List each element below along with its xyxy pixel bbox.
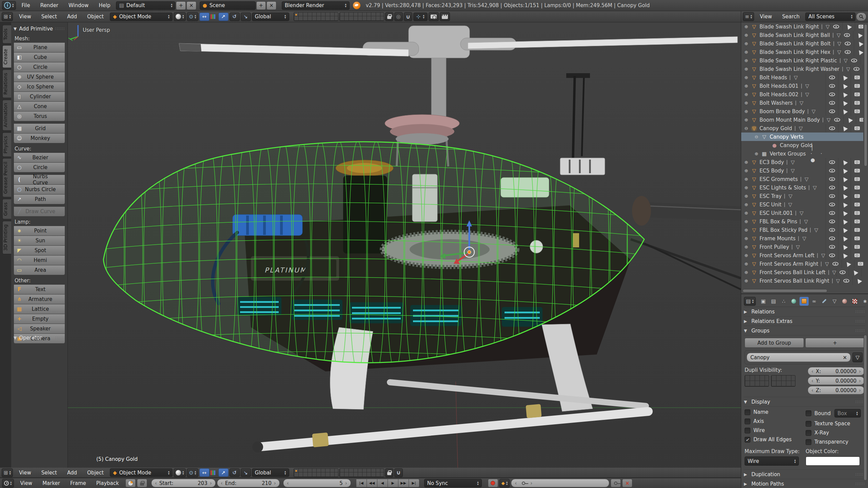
- properties-tab[interactable]: [850, 297, 860, 306]
- preview-range-button[interactable]: [125, 479, 136, 487]
- visibility-toggle[interactable]: [826, 209, 838, 217]
- delete-scene-button[interactable]: ×: [267, 1, 276, 10]
- view3d-menu-item[interactable]: View: [14, 11, 36, 22]
- selectability-toggle[interactable]: [863, 65, 863, 73]
- object-name[interactable]: Blade Swash Link Right Bolt: [760, 41, 831, 47]
- object-name[interactable]: Front Servos Ball Link Left: [760, 269, 826, 276]
- outliner-row[interactable]: Blade Swash Link Right Hex: [741, 48, 863, 56]
- scale-manipulator-button[interactable]: ↘: [241, 13, 251, 21]
- renderability-toggle[interactable]: [851, 183, 863, 192]
- offset-z-field[interactable]: Z: 0.00000: [808, 386, 865, 394]
- playback-button[interactable]: ◀: [377, 479, 388, 487]
- object-name[interactable]: Boom Brace Body: [760, 108, 805, 115]
- renderability-toggle[interactable]: [851, 175, 863, 183]
- object-name[interactable]: Canopy Gold: [780, 142, 812, 148]
- frame-end-field[interactable]: End: 210: [217, 479, 280, 487]
- selectability-toggle[interactable]: [854, 39, 863, 48]
- tool-shelf-tab[interactable]: Grease Pencil: [2, 158, 11, 197]
- outliner-row[interactable]: Canopy Gold: [741, 141, 863, 149]
- add-mesh-button[interactable]: Cylinder: [14, 92, 65, 102]
- new-group-button[interactable]: +: [805, 338, 865, 348]
- tool-shelf-tab[interactable]: Create: [2, 45, 11, 68]
- editor-type-timeline-button[interactable]: [2, 479, 14, 488]
- topbar-menu-item[interactable]: File: [17, 0, 35, 11]
- view3d-menu-item[interactable]: Add: [62, 468, 82, 478]
- add-mesh-button[interactable]: Ico Sphere: [14, 82, 65, 92]
- timeline-menu-item[interactable]: View: [15, 478, 38, 488]
- object-name[interactable]: ESC Grommets: [760, 176, 798, 182]
- selectability-toggle[interactable]: [838, 251, 851, 260]
- visibility-toggle[interactable]: [841, 39, 854, 48]
- selectability-toggle[interactable]: [842, 260, 854, 268]
- outliner-row[interactable]: ESC Grommets: [741, 175, 863, 183]
- add-object-button[interactable]: Speaker: [14, 324, 65, 334]
- remove-group-icon[interactable]: ×: [843, 354, 847, 361]
- object-name[interactable]: Front Servos Arm Left: [760, 252, 814, 259]
- mode-selector[interactable]: ◆ Object Mode: [110, 468, 173, 477]
- expander-icon[interactable]: [743, 41, 750, 46]
- playback-button[interactable]: ▶: [388, 479, 398, 487]
- outliner-row[interactable]: Frame Mounts: [741, 234, 863, 243]
- object-name[interactable]: Canopy Verts: [770, 134, 804, 140]
- outliner-horizontal-scrollbar[interactable]: [743, 289, 827, 292]
- rotate-manipulator-button[interactable]: ↺: [230, 13, 240, 21]
- expander-icon[interactable]: [743, 202, 750, 207]
- visibility-toggle[interactable]: [826, 251, 838, 260]
- outliner-search-button[interactable]: [856, 13, 866, 21]
- expander-icon[interactable]: [743, 278, 750, 283]
- delete-layout-button[interactable]: ×: [186, 1, 196, 10]
- snap-element-selector[interactable]: ⊹: [413, 13, 428, 21]
- display-checkbox-row[interactable]: Texture Space: [806, 421, 865, 427]
- expander-icon[interactable]: [743, 236, 750, 241]
- topbar-menu-item[interactable]: Render: [35, 0, 63, 11]
- sync-mode-selector[interactable]: No Sync: [424, 479, 482, 487]
- outliner-row[interactable]: ESC Tray: [741, 192, 863, 200]
- keying-set-selector[interactable]: ◆: [499, 479, 510, 488]
- tool-shelf-tab[interactable]: Tools: [2, 25, 11, 44]
- renderability-toggle[interactable]: [851, 226, 863, 234]
- group-specials-button[interactable]: ▽: [852, 352, 863, 362]
- display-panel-header[interactable]: ▼ Display: [744, 397, 865, 407]
- object-name[interactable]: Blade Swash Link Right Plastic: [760, 58, 837, 64]
- editor-type-3dview-button[interactable]: ⊞: [2, 468, 13, 477]
- outliner-row[interactable]: ESC Unit: [741, 200, 863, 209]
- selectability-toggle[interactable]: [838, 226, 851, 234]
- view3d-menu-item[interactable]: Object: [82, 468, 109, 478]
- properties-tab[interactable]: [779, 297, 788, 306]
- editor-type-properties-button[interactable]: ▤: [744, 297, 756, 306]
- scene-selector[interactable]: ● Scene: [200, 1, 256, 10]
- frame-start-field[interactable]: Start: 203: [151, 479, 216, 487]
- selectability-toggle[interactable]: [838, 234, 851, 243]
- object-name[interactable]: ESC Tray: [760, 193, 782, 199]
- view3d-menu-item[interactable]: Object: [82, 11, 109, 22]
- object-name[interactable]: ESC Unit.001: [760, 210, 793, 216]
- scene-layers-grid-2[interactable]: [339, 12, 384, 21]
- outliner-row[interactable]: ESC Lights & Slots: [741, 183, 863, 192]
- checkbox[interactable]: [745, 437, 750, 443]
- expander-icon[interactable]: [743, 168, 750, 173]
- panel-drag-dots-icon[interactable]: [55, 336, 65, 340]
- selectability-toggle[interactable]: [854, 48, 863, 56]
- expander-icon[interactable]: [743, 92, 750, 97]
- visibility-toggle[interactable]: [826, 158, 838, 166]
- add-curve-button[interactable]: Bezier: [14, 153, 65, 163]
- object-name[interactable]: Blade Swash Link Right Ball: [760, 32, 830, 38]
- outliner-row[interactable]: Blade Swash Link Right Plastic: [741, 56, 863, 65]
- checkbox[interactable]: [806, 430, 811, 436]
- expander-icon[interactable]: [743, 194, 750, 199]
- outliner-row[interactable]: Blade Swash Link Right Washer: [741, 65, 863, 73]
- add-curve-button[interactable]: Nurbs Circle: [14, 185, 65, 195]
- expander-icon[interactable]: [743, 24, 750, 29]
- expander-icon[interactable]: [743, 117, 750, 122]
- object-name[interactable]: Canopy Gold: [760, 125, 792, 131]
- visibility-toggle[interactable]: [831, 116, 843, 124]
- opengl-render-image-button[interactable]: [429, 12, 439, 21]
- add-lamp-button[interactable]: Sun: [14, 236, 65, 246]
- expander-icon[interactable]: [743, 185, 750, 190]
- object-name[interactable]: FBL Box & Pins: [760, 219, 797, 225]
- add-mesh-button[interactable]: Monkey: [14, 134, 65, 143]
- selectability-toggle[interactable]: [838, 166, 851, 175]
- renderability-toggle[interactable]: [851, 234, 863, 243]
- outliner-row[interactable]: Canopy Verts: [741, 133, 863, 141]
- outliner-menu-item[interactable]: Search: [777, 11, 805, 22]
